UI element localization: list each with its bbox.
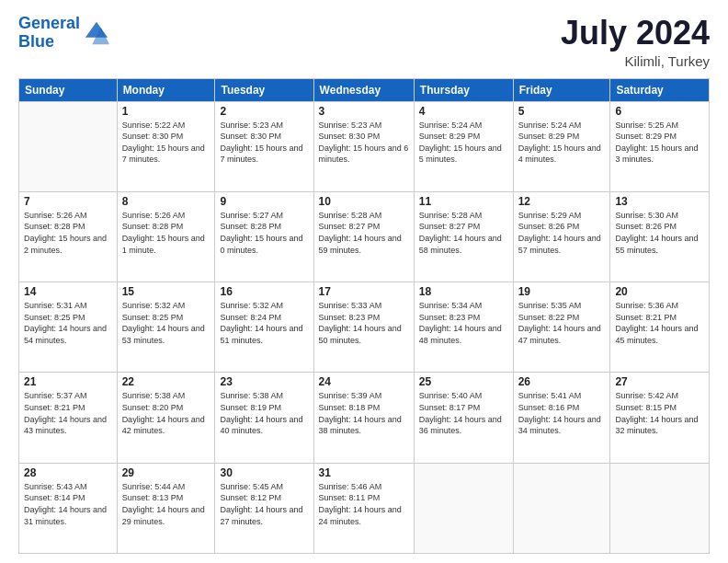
day-info: Sunrise: 5:37 AMSunset: 8:21 PMDaylight:… [24,390,112,436]
calendar-week-row: 7Sunrise: 5:26 AMSunset: 8:28 PMDaylight… [19,191,710,282]
day-number: 26 [518,375,606,388]
day-number: 18 [419,285,508,298]
day-number: 17 [319,285,409,298]
calendar-day-cell: 21Sunrise: 5:37 AMSunset: 8:21 PMDayligh… [19,373,118,463]
day-info: Sunrise: 5:24 AMSunset: 8:29 PMDaylight:… [518,120,606,166]
calendar-day-cell [610,463,710,553]
day-info: Sunrise: 5:38 AMSunset: 8:20 PMDaylight:… [122,390,210,436]
day-of-week-header: Thursday [414,78,513,101]
calendar-day-cell: 29Sunrise: 5:44 AMSunset: 8:13 PMDayligh… [117,463,215,553]
day-number: 14 [24,285,112,298]
day-info: Sunrise: 5:45 AMSunset: 8:12 PMDaylight:… [220,481,308,527]
day-number: 24 [319,375,409,388]
day-number: 21 [24,375,112,388]
day-number: 16 [220,285,308,298]
day-number: 9 [220,195,308,208]
day-info: Sunrise: 5:32 AMSunset: 8:25 PMDaylight:… [122,300,210,346]
day-info: Sunrise: 5:30 AMSunset: 8:26 PMDaylight:… [615,210,704,256]
day-of-week-header: Saturday [610,78,710,101]
day-of-week-header: Tuesday [215,78,313,101]
calendar-day-cell: 5Sunrise: 5:24 AMSunset: 8:29 PMDaylight… [513,101,610,191]
day-info: Sunrise: 5:23 AMSunset: 8:30 PMDaylight:… [319,120,409,166]
day-of-week-header: Monday [117,78,215,101]
calendar-day-cell: 30Sunrise: 5:45 AMSunset: 8:12 PMDayligh… [215,463,313,553]
day-info: Sunrise: 5:28 AMSunset: 8:27 PMDaylight:… [419,210,508,256]
day-info: Sunrise: 5:23 AMSunset: 8:30 PMDaylight:… [220,120,308,166]
day-info: Sunrise: 5:39 AMSunset: 8:18 PMDaylight:… [319,390,409,436]
day-number: 1 [122,105,210,118]
calendar-day-cell: 27Sunrise: 5:42 AMSunset: 8:15 PMDayligh… [610,373,710,463]
day-number: 4 [419,105,508,118]
day-info: Sunrise: 5:26 AMSunset: 8:28 PMDaylight:… [24,210,112,256]
day-info: Sunrise: 5:42 AMSunset: 8:15 PMDaylight:… [615,390,704,436]
day-info: Sunrise: 5:36 AMSunset: 8:21 PMDaylight:… [615,300,704,346]
day-info: Sunrise: 5:34 AMSunset: 8:23 PMDaylight:… [419,300,508,346]
calendar-day-cell: 2Sunrise: 5:23 AMSunset: 8:30 PMDaylight… [215,101,313,191]
calendar-day-cell: 18Sunrise: 5:34 AMSunset: 8:23 PMDayligh… [414,282,513,373]
day-number: 11 [419,195,508,208]
day-info: Sunrise: 5:22 AMSunset: 8:30 PMDaylight:… [122,120,210,166]
day-number: 22 [122,375,210,388]
calendar-day-cell: 14Sunrise: 5:31 AMSunset: 8:25 PMDayligh… [19,282,118,373]
day-info: Sunrise: 5:26 AMSunset: 8:28 PMDaylight:… [122,210,210,256]
calendar-day-cell: 10Sunrise: 5:28 AMSunset: 8:27 PMDayligh… [313,191,414,282]
calendar-day-cell: 9Sunrise: 5:27 AMSunset: 8:28 PMDaylight… [215,191,313,282]
calendar-day-cell: 16Sunrise: 5:32 AMSunset: 8:24 PMDayligh… [215,282,313,373]
day-number: 10 [319,195,409,208]
calendar-day-cell: 11Sunrise: 5:28 AMSunset: 8:27 PMDayligh… [414,191,513,282]
calendar-day-cell: 4Sunrise: 5:24 AMSunset: 8:29 PMDaylight… [414,101,513,191]
day-number: 5 [518,105,606,118]
day-number: 27 [615,375,704,388]
day-number: 15 [122,285,210,298]
day-of-week-header: Friday [513,78,610,101]
day-info: Sunrise: 5:31 AMSunset: 8:25 PMDaylight:… [24,300,112,346]
day-info: Sunrise: 5:35 AMSunset: 8:22 PMDaylight:… [518,300,606,346]
day-info: Sunrise: 5:29 AMSunset: 8:26 PMDaylight:… [518,210,606,256]
calendar-day-cell [513,463,610,553]
calendar-day-cell: 8Sunrise: 5:26 AMSunset: 8:28 PMDaylight… [117,191,215,282]
day-number: 19 [518,285,606,298]
calendar-day-cell: 19Sunrise: 5:35 AMSunset: 8:22 PMDayligh… [513,282,610,373]
page: General Blue July 2024 Kilimli, Turkey S… [0,0,728,563]
calendar-table: SundayMondayTuesdayWednesdayThursdayFrid… [18,78,710,554]
day-info: Sunrise: 5:24 AMSunset: 8:29 PMDaylight:… [419,120,508,166]
day-number: 28 [24,466,112,479]
day-info: Sunrise: 5:28 AMSunset: 8:27 PMDaylight:… [319,210,409,256]
calendar-day-cell: 26Sunrise: 5:41 AMSunset: 8:16 PMDayligh… [513,373,610,463]
calendar-day-cell: 23Sunrise: 5:38 AMSunset: 8:19 PMDayligh… [215,373,313,463]
day-of-week-header: Sunday [19,78,118,101]
calendar-day-cell: 22Sunrise: 5:38 AMSunset: 8:20 PMDayligh… [117,373,215,463]
day-number: 25 [419,375,508,388]
calendar-week-row: 14Sunrise: 5:31 AMSunset: 8:25 PMDayligh… [19,282,710,373]
logo: General Blue [18,15,109,52]
day-info: Sunrise: 5:38 AMSunset: 8:19 PMDaylight:… [220,390,308,436]
calendar-day-cell: 6Sunrise: 5:25 AMSunset: 8:29 PMDaylight… [610,101,710,191]
calendar-day-cell: 12Sunrise: 5:29 AMSunset: 8:26 PMDayligh… [513,191,610,282]
calendar-day-cell: 13Sunrise: 5:30 AMSunset: 8:26 PMDayligh… [610,191,710,282]
day-number: 13 [615,195,704,208]
calendar-day-cell [19,101,118,191]
day-number: 6 [615,105,704,118]
subtitle: Kilimli, Turkey [561,53,710,69]
calendar-week-row: 21Sunrise: 5:37 AMSunset: 8:21 PMDayligh… [19,373,710,463]
calendar-day-cell: 1Sunrise: 5:22 AMSunset: 8:30 PMDaylight… [117,101,215,191]
day-info: Sunrise: 5:32 AMSunset: 8:24 PMDaylight:… [220,300,308,346]
day-info: Sunrise: 5:27 AMSunset: 8:28 PMDaylight:… [220,210,308,256]
day-number: 3 [319,105,409,118]
day-number: 7 [24,195,112,208]
day-number: 8 [122,195,210,208]
main-title: July 2024 [561,15,710,52]
day-of-week-header: Wednesday [313,78,414,101]
calendar-day-cell: 25Sunrise: 5:40 AMSunset: 8:17 PMDayligh… [414,373,513,463]
day-number: 30 [220,466,308,479]
calendar-week-row: 1Sunrise: 5:22 AMSunset: 8:30 PMDaylight… [19,101,710,191]
calendar-day-cell: 7Sunrise: 5:26 AMSunset: 8:28 PMDaylight… [19,191,118,282]
day-number: 31 [319,466,409,479]
day-info: Sunrise: 5:43 AMSunset: 8:14 PMDaylight:… [24,481,112,527]
calendar-day-cell: 31Sunrise: 5:46 AMSunset: 8:11 PMDayligh… [313,463,414,553]
day-number: 12 [518,195,606,208]
day-info: Sunrise: 5:25 AMSunset: 8:29 PMDaylight:… [615,120,704,166]
calendar-day-cell: 15Sunrise: 5:32 AMSunset: 8:25 PMDayligh… [117,282,215,373]
day-number: 23 [220,375,308,388]
calendar-week-row: 28Sunrise: 5:43 AMSunset: 8:14 PMDayligh… [19,463,710,553]
